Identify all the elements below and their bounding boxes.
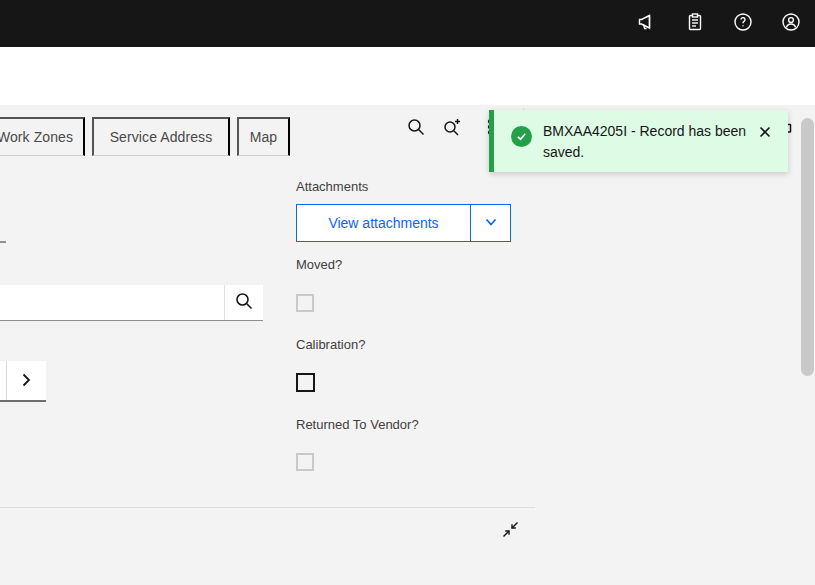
close-icon <box>759 126 771 141</box>
attachments-dropdown-toggle[interactable] <box>470 205 510 241</box>
help-button[interactable] <box>727 7 759 39</box>
announcement-icon <box>637 12 657 35</box>
tab-work-zones[interactable]: Work Zones <box>0 117 85 156</box>
action-toolbar <box>0 47 815 105</box>
returned-to-vendor-label: Returned To Vendor? <box>296 417 419 432</box>
user-avatar-icon <box>781 12 801 35</box>
calibration-label: Calibration? <box>296 337 365 352</box>
search-button[interactable] <box>400 112 432 144</box>
section-divider <box>0 507 535 508</box>
search-add-icon <box>442 117 462 140</box>
clipboard-icon <box>685 12 705 35</box>
search-icon <box>406 117 426 140</box>
app-screen: Work Zones Service Address Map BMXAA4205… <box>0 0 815 585</box>
detail-field-fragment <box>0 361 46 402</box>
tab-service-address[interactable]: Service Address <box>92 117 230 156</box>
notification-close-button[interactable] <box>756 124 774 142</box>
collapse-section-button[interactable] <box>497 518 523 544</box>
field-search-button[interactable] <box>225 285 263 320</box>
attachments-label: Attachments <box>296 179 368 194</box>
moved-label: Moved? <box>296 257 342 272</box>
clipboard-button[interactable] <box>679 7 711 39</box>
field-divider <box>6 361 7 400</box>
scrollbar-thumb[interactable] <box>801 118 814 376</box>
tab-label: Map <box>250 129 278 145</box>
success-check-icon <box>511 126 532 147</box>
advanced-search-button[interactable] <box>436 112 468 144</box>
chevron-right-icon <box>19 373 33 390</box>
tab-map[interactable]: Map <box>237 117 290 156</box>
success-notification: BMXAA4205I - Record has been saved. <box>489 110 788 172</box>
returned-to-vendor-checkbox <box>296 453 314 471</box>
lookup-input[interactable] <box>0 285 224 320</box>
view-attachments-button[interactable]: View attachments <box>296 204 511 242</box>
detail-expand-button[interactable] <box>10 365 42 397</box>
help-icon <box>733 12 753 35</box>
tab-label: Service Address <box>110 129 213 145</box>
tab-label: Work Zones <box>0 129 73 145</box>
field-underline-fragment <box>0 241 6 243</box>
chevron-down-icon <box>484 215 498 232</box>
lookup-field <box>0 285 263 321</box>
moved-checkbox <box>296 294 314 312</box>
compress-icon <box>502 521 519 541</box>
calibration-checkbox[interactable] <box>296 373 315 392</box>
account-button[interactable] <box>775 7 807 39</box>
search-icon <box>234 291 254 314</box>
top-header-bar <box>0 0 815 47</box>
view-attachments-label: View attachments <box>297 205 470 241</box>
notification-message: BMXAA4205I - Record has been saved. <box>543 121 747 163</box>
announcement-button[interactable] <box>631 7 663 39</box>
